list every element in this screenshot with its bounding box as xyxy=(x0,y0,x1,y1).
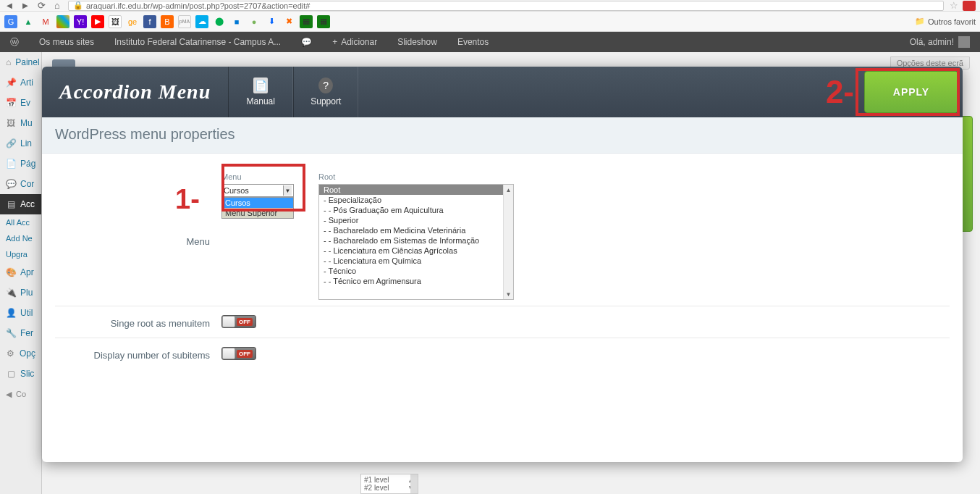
sidebar-plugins[interactable]: 🔌Plu xyxy=(0,282,41,303)
bookmark-item[interactable]: ▦ xyxy=(300,15,313,28)
wp-site-name[interactable]: Instituto Federal Catarinense - Campus A… xyxy=(104,32,291,52)
col-label-root: Root xyxy=(318,172,514,181)
menu-select[interactable]: Cursos ▼ xyxy=(221,184,294,197)
dropdown-item[interactable]: Menu Superior xyxy=(222,208,293,218)
sidebar-media[interactable]: 🖼Mu xyxy=(0,113,41,133)
root-item[interactable]: - - Bacharelado em Medicina Veterinária xyxy=(319,225,513,235)
bookmark-item[interactable]: M xyxy=(39,15,52,28)
toggle-off-label: OFF xyxy=(237,350,253,358)
chevron-down-icon: ▼ xyxy=(283,185,292,196)
modal-header: Accordion Menu 📄 Manual ? Support 2- APP… xyxy=(42,67,963,117)
annotation-1: 1- xyxy=(175,184,200,215)
back-icon[interactable]: ◄ xyxy=(4,1,14,11)
sidebar-sub-add[interactable]: Add Ne xyxy=(0,230,41,246)
sidebar-sub-upgrade[interactable]: Upgra xyxy=(0,246,41,262)
root-item[interactable]: Root xyxy=(319,185,513,195)
bookmark-item[interactable]: ▶ xyxy=(91,15,104,28)
bookmark-item[interactable]: pMA xyxy=(178,15,191,28)
wp-events[interactable]: Eventos xyxy=(447,32,499,52)
root-item[interactable]: - Técnico xyxy=(319,266,513,276)
tools-icon: 🔧 xyxy=(6,328,16,338)
bookmark-item[interactable]: ■ xyxy=(230,15,243,28)
bookmark-item[interactable] xyxy=(56,15,69,28)
toggle-display-subitems[interactable]: OFF xyxy=(221,347,256,360)
toggle-single-root[interactable]: OFF xyxy=(221,315,256,328)
sidebar-tools[interactable]: 🔧Fer xyxy=(0,323,41,343)
sidebar-collapse[interactable]: ◀Co xyxy=(0,384,41,404)
pin-icon: 📌 xyxy=(6,78,16,88)
gear-icon: ⚙ xyxy=(6,348,15,359)
root-item[interactable]: - - Bacharelado em Sistemas de Informaçã… xyxy=(319,235,513,246)
sidebar-users[interactable]: 👤Util xyxy=(0,303,41,323)
dashboard-icon: ⌂ xyxy=(6,57,11,67)
root-item[interactable]: - - Técnico em Agrimensura xyxy=(319,276,513,286)
bookmark-item[interactable]: ● xyxy=(248,15,261,28)
bookmark-item[interactable]: B xyxy=(161,15,174,28)
accordion-icon: ▤ xyxy=(6,199,16,209)
level-selector[interactable]: #1 level▲ #2 level▼ xyxy=(360,474,418,494)
col-label-menu: Menu xyxy=(221,172,301,181)
sidebar-events[interactable]: 📅Ev xyxy=(0,93,41,113)
calendar-icon: 📅 xyxy=(6,98,16,108)
modal-tab-manual[interactable]: 📄 Manual xyxy=(228,67,293,117)
bookmark-item[interactable]: ▦ xyxy=(317,15,330,28)
sidebar-accordion[interactable]: ▤Acc xyxy=(0,194,41,214)
users-icon: 👤 xyxy=(6,308,16,318)
slideshow-icon: ▢ xyxy=(6,369,16,379)
bookmark-item[interactable]: ge xyxy=(126,15,139,28)
forward-icon[interactable]: ► xyxy=(20,1,30,11)
plugin-icon: 🔌 xyxy=(6,288,16,298)
sidebar-appearance[interactable]: 🎨Apr xyxy=(0,262,41,282)
scroll-up-icon[interactable]: ▲ xyxy=(504,185,513,195)
bookmark-item[interactable]: ⬇ xyxy=(265,15,278,28)
menu-dropdown: Cursos Menu Superior xyxy=(221,197,294,219)
bookmarks-other-folder[interactable]: 📁 Outros favorit xyxy=(915,17,976,26)
toggle-knob xyxy=(222,316,235,327)
bookmark-item[interactable]: 🖼 xyxy=(109,15,122,28)
wp-slideshow[interactable]: Slideshow xyxy=(387,32,447,52)
reload-icon[interactable]: ⟳ xyxy=(36,1,46,11)
scroll-down-icon[interactable]: ▼ xyxy=(504,289,513,299)
bookmark-item[interactable]: G xyxy=(4,15,17,28)
sidebar-links[interactable]: 🔗Lin xyxy=(0,133,41,154)
extension-icon[interactable] xyxy=(963,1,976,11)
sidebar-posts[interactable]: 📌Arti xyxy=(0,72,41,93)
sidebar-settings[interactable]: ⚙Opç xyxy=(0,343,41,364)
wp-add-new[interactable]: +Adicionar xyxy=(322,32,387,52)
apply-button[interactable]: APPLY xyxy=(864,71,958,113)
bookmark-star-icon[interactable]: ☆ xyxy=(950,0,958,11)
bookmark-item[interactable]: Y! xyxy=(74,15,87,28)
bookmark-item[interactable]: ⬤ xyxy=(213,15,226,28)
manual-icon: 📄 xyxy=(253,78,268,93)
root-item[interactable]: - Superior xyxy=(319,215,513,225)
modal-tab-support[interactable]: ? Support xyxy=(293,67,358,117)
dropdown-item[interactable]: Cursos xyxy=(222,198,293,208)
sidebar-slideshow[interactable]: ▢Slic xyxy=(0,364,41,384)
wp-greeting[interactable]: Olá, admin! xyxy=(900,32,980,52)
wp-logo[interactable]: ⓦ xyxy=(0,32,29,52)
root-item[interactable]: - - Licenciatura em Química xyxy=(319,256,513,266)
home-icon[interactable]: ⌂ xyxy=(52,1,62,11)
bookmark-item[interactable]: f xyxy=(143,15,156,28)
sidebar-dashboard[interactable]: ⌂Painel xyxy=(0,52,41,72)
scrollbar[interactable]: ▲ ▼ xyxy=(503,185,513,299)
wp-admin-bar: ⓦ Os meus sites Instituto Federal Catari… xyxy=(0,32,980,52)
sidebar-comments[interactable]: 💬Cor xyxy=(0,174,41,194)
collapse-icon: ◀ xyxy=(6,390,12,399)
url-bar[interactable]: 🔒 araquari.ifc.edu.br/wp-admin/post.php?… xyxy=(68,1,944,11)
page-icon: 📄 xyxy=(6,159,16,169)
bookmark-item[interactable]: ✖ xyxy=(282,15,295,28)
root-listbox[interactable]: Root - Especialização - - Pós Graduação … xyxy=(318,184,514,300)
root-item[interactable]: - Especialização xyxy=(319,195,513,205)
root-item[interactable]: - - Licenciatura em Ciências Agrícolas xyxy=(319,246,513,256)
support-icon: ? xyxy=(318,78,333,93)
bookmark-item[interactable]: ▲ xyxy=(22,15,35,28)
sidebar-sub-all[interactable]: All Acc xyxy=(0,214,41,230)
wp-my-sites[interactable]: Os meus sites xyxy=(29,32,104,52)
wp-comments[interactable]: 💬 xyxy=(291,32,322,52)
link-icon: 🔗 xyxy=(6,138,16,148)
sidebar-pages[interactable]: 📄Pág xyxy=(0,154,41,174)
form-label-single-root: Singe root as menuitem xyxy=(55,315,221,329)
bookmark-item[interactable]: ☁ xyxy=(195,15,208,28)
root-item[interactable]: - - Pós Graduação em Aquicultura xyxy=(319,205,513,215)
